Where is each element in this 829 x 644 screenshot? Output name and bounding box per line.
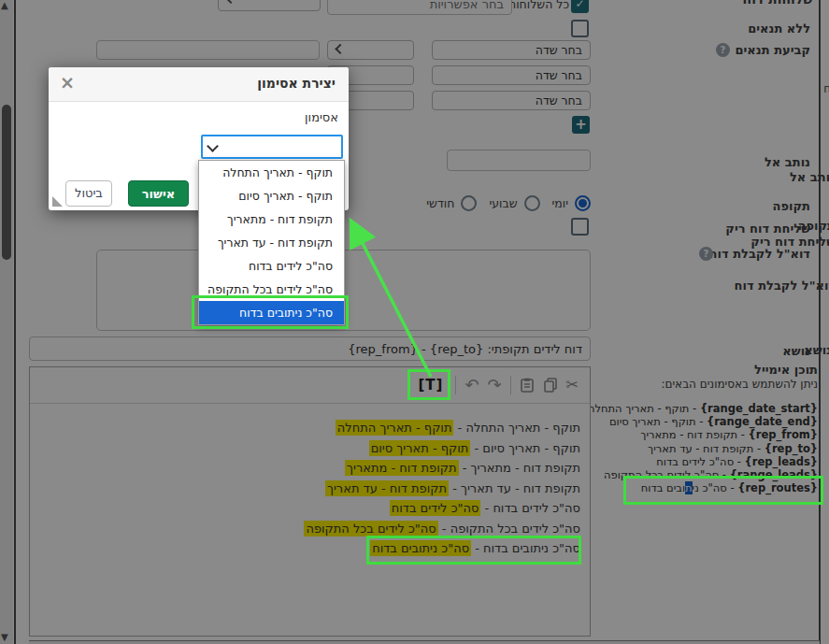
token-select[interactable]	[201, 135, 343, 159]
token-dropdown-list: תוקף - תאריך התחלה תוקף - תאריך סיום תקו…	[198, 160, 345, 325]
close-icon[interactable]: ×	[60, 72, 75, 93]
dropdown-option-selected[interactable]: סה"כ ניתובים בדוח	[199, 301, 344, 324]
modal-header: יצירת אסימון ×	[49, 67, 349, 102]
confirm-button[interactable]: אישור	[128, 180, 189, 207]
dropdown-option[interactable]: תקופת דוח - מתאריך	[199, 208, 344, 231]
chevron-down-icon	[207, 140, 219, 152]
app-root: { "colors": { "confirm_green": "#12854b"…	[0, 0, 829, 644]
cancel-button[interactable]: ביטול	[65, 180, 112, 207]
modal-title: יצירת אסימון	[257, 76, 336, 91]
token-field-label: אסימון	[305, 110, 338, 124]
dropdown-option[interactable]: תוקף - תאריך התחלה	[199, 161, 344, 184]
dropdown-option[interactable]: תוקף - תאריך סיום	[199, 184, 344, 208]
dropdown-option[interactable]: סה"כ לידים בכל התקופה	[199, 278, 344, 301]
dropdown-option[interactable]: תקופת דוח - עד תאריך	[199, 231, 344, 254]
dropdown-option[interactable]: סה"כ לידים בדוח	[199, 254, 344, 278]
resize-handle[interactable]	[52, 196, 63, 207]
